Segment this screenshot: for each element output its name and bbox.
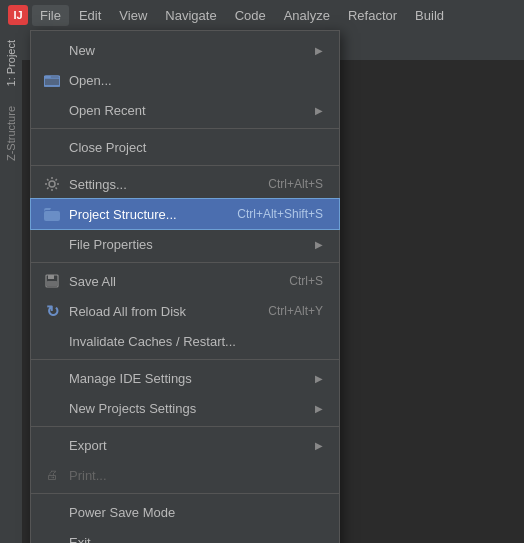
menu-item-power-save[interactable]: Power Save Mode xyxy=(31,497,339,527)
menu-item-project-structure[interactable]: Project Structure... Ctrl+Alt+Shift+S xyxy=(31,199,339,229)
menu-bar: File Edit View Navigate Code Analyze Ref… xyxy=(32,5,452,26)
svg-rect-8 xyxy=(47,281,57,286)
svg-rect-5 xyxy=(44,211,60,221)
exit-label: Exit xyxy=(69,535,323,544)
menu-item-manage-ide[interactable]: Manage IDE Settings ▶ xyxy=(31,363,339,393)
separator-2 xyxy=(31,165,339,166)
close-project-label: Close Project xyxy=(69,140,323,155)
menu-item-invalidate[interactable]: Invalidate Caches / Restart... xyxy=(31,326,339,356)
export-label: Export xyxy=(69,438,307,453)
settings-shortcut: Ctrl+Alt+S xyxy=(268,177,323,191)
new-projects-settings-label: New Projects Settings xyxy=(69,401,307,416)
export-icon xyxy=(41,434,63,456)
left-sidebar: 1: Project Z-Structure xyxy=(0,30,22,543)
separator-6 xyxy=(31,493,339,494)
power-save-icon xyxy=(41,501,63,523)
reload-shortcut: Ctrl+Alt+Y xyxy=(268,304,323,318)
settings-label: Settings... xyxy=(69,177,252,192)
menu-item-open-recent[interactable]: Open Recent ▶ xyxy=(31,95,339,125)
exit-icon xyxy=(41,531,63,543)
reload-icon: ↻ xyxy=(41,300,63,322)
new-projects-settings-icon xyxy=(41,397,63,419)
settings-icon xyxy=(41,173,63,195)
open-recent-icon xyxy=(41,99,63,121)
open-icon xyxy=(41,69,63,91)
svg-rect-7 xyxy=(48,275,54,279)
menu-view[interactable]: View xyxy=(111,5,155,26)
power-save-label: Power Save Mode xyxy=(69,505,323,520)
menu-item-print: 🖨 Print... xyxy=(31,460,339,490)
file-properties-icon xyxy=(41,233,63,255)
menu-item-file-properties[interactable]: File Properties ▶ xyxy=(31,229,339,259)
new-projects-settings-arrow: ▶ xyxy=(315,403,323,414)
print-label: Print... xyxy=(69,468,323,483)
separator-3 xyxy=(31,262,339,263)
manage-ide-arrow: ▶ xyxy=(315,373,323,384)
file-properties-arrow: ▶ xyxy=(315,239,323,250)
close-project-icon xyxy=(41,136,63,158)
separator-4 xyxy=(31,359,339,360)
menu-item-save-all[interactable]: Save All Ctrl+S xyxy=(31,266,339,296)
file-properties-label: File Properties xyxy=(69,237,307,252)
save-all-icon xyxy=(41,270,63,292)
menu-item-new-projects-settings[interactable]: New Projects Settings ▶ xyxy=(31,393,339,423)
title-bar: IJ File Edit View Navigate Code Analyze … xyxy=(0,0,524,30)
project-structure-icon xyxy=(41,203,63,225)
new-arrow: ▶ xyxy=(315,45,323,56)
project-structure-shortcut: Ctrl+Alt+Shift+S xyxy=(237,207,323,221)
menu-item-exit[interactable]: Exit xyxy=(31,527,339,543)
menu-analyze[interactable]: Analyze xyxy=(276,5,338,26)
open-label: Open... xyxy=(69,73,323,88)
reload-label: Reload All from Disk xyxy=(69,304,252,319)
menu-item-new[interactable]: New ▶ xyxy=(31,35,339,65)
manage-ide-label: Manage IDE Settings xyxy=(69,371,307,386)
open-recent-label: Open Recent xyxy=(69,103,307,118)
menu-item-settings[interactable]: Settings... Ctrl+Alt+S xyxy=(31,169,339,199)
new-icon xyxy=(41,39,63,61)
app-icon: IJ xyxy=(8,5,28,25)
separator-5 xyxy=(31,426,339,427)
project-structure-label: Project Structure... xyxy=(69,207,221,222)
manage-ide-icon xyxy=(41,367,63,389)
menu-build[interactable]: Build xyxy=(407,5,452,26)
print-icon: 🖨 xyxy=(41,464,63,486)
sidebar-tab-project[interactable]: 1: Project xyxy=(2,30,20,96)
menu-file[interactable]: File xyxy=(32,5,69,26)
menu-item-export[interactable]: Export ▶ xyxy=(31,430,339,460)
new-label: New xyxy=(69,43,307,58)
svg-point-4 xyxy=(49,181,55,187)
svg-rect-2 xyxy=(44,78,60,86)
menu-item-reload[interactable]: ↻ Reload All from Disk Ctrl+Alt+Y xyxy=(31,296,339,326)
sidebar-tab-structure[interactable]: Z-Structure xyxy=(2,96,20,171)
menu-edit[interactable]: Edit xyxy=(71,5,109,26)
invalidate-icon xyxy=(41,330,63,352)
invalidate-label: Invalidate Caches / Restart... xyxy=(69,334,323,349)
menu-navigate[interactable]: Navigate xyxy=(157,5,224,26)
export-arrow: ▶ xyxy=(315,440,323,451)
separator-1 xyxy=(31,128,339,129)
save-all-label: Save All xyxy=(69,274,273,289)
save-all-shortcut: Ctrl+S xyxy=(289,274,323,288)
menu-item-close-project[interactable]: Close Project xyxy=(31,132,339,162)
open-recent-arrow: ▶ xyxy=(315,105,323,116)
menu-code[interactable]: Code xyxy=(227,5,274,26)
menu-item-open[interactable]: Open... xyxy=(31,65,339,95)
file-dropdown-menu: New ▶ Open... Open Recent ▶ Close Projec… xyxy=(30,30,340,543)
menu-refactor[interactable]: Refactor xyxy=(340,5,405,26)
